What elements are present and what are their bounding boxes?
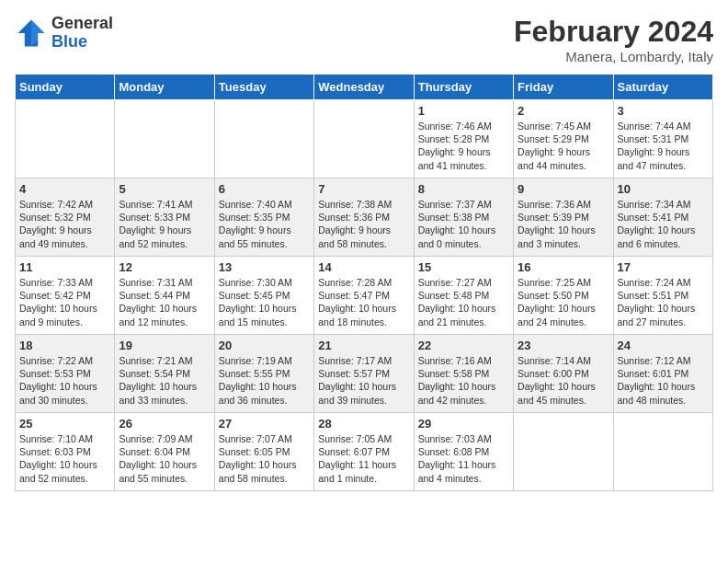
day-info: and 36 minutes. [219, 394, 310, 407]
header-cell-tuesday: Tuesday [214, 75, 313, 100]
day-info: Sunrise: 7:05 AM [318, 432, 409, 445]
day-number: 29 [418, 417, 509, 431]
day-info: and 9 minutes. [19, 316, 110, 328]
calendar-cell: 14Sunrise: 7:28 AMSunset: 5:47 PMDayligh… [314, 257, 414, 335]
logo-text: General Blue [51, 15, 113, 52]
day-info: and 48 minutes. [618, 394, 709, 407]
day-info: Daylight: 9 hours [418, 145, 509, 158]
day-number: 6 [219, 182, 310, 196]
day-info: Daylight: 10 hours [518, 302, 609, 315]
day-number: 8 [418, 182, 509, 196]
day-number: 22 [418, 339, 509, 352]
calendar-cell: 9Sunrise: 7:36 AMSunset: 5:39 PMDaylight… [514, 178, 613, 257]
day-info: Daylight: 11 hours [418, 458, 509, 471]
calendar-cell: 29Sunrise: 7:03 AMSunset: 6:08 PMDayligh… [414, 413, 513, 491]
day-number: 26 [119, 417, 210, 431]
calendar-cell: 27Sunrise: 7:07 AMSunset: 6:05 PMDayligh… [214, 413, 313, 491]
day-info: Daylight: 10 hours [318, 302, 409, 315]
day-info: Sunrise: 7:31 AM [119, 276, 210, 289]
calendar-cell: 10Sunrise: 7:34 AMSunset: 5:41 PMDayligh… [613, 178, 712, 257]
day-info: Daylight: 10 hours [19, 458, 110, 471]
day-info: Sunset: 5:47 PM [318, 289, 409, 302]
calendar-cell: 7Sunrise: 7:38 AMSunset: 5:36 PMDaylight… [314, 178, 414, 257]
day-info: Daylight: 10 hours [19, 380, 110, 393]
day-info: and 24 minutes. [518, 316, 609, 328]
day-info: Sunset: 6:07 PM [318, 445, 409, 458]
calendar-body: 1Sunrise: 7:46 AMSunset: 5:28 PMDaylight… [16, 100, 713, 491]
calendar-cell [613, 413, 712, 491]
day-number: 16 [518, 260, 609, 274]
calendar-cell: 24Sunrise: 7:12 AMSunset: 6:01 PMDayligh… [613, 335, 712, 413]
day-number: 11 [19, 260, 110, 274]
header: General Blue February 2024 Manera, Lomba… [15, 15, 713, 64]
day-info: Sunrise: 7:34 AM [618, 198, 709, 211]
day-info: and 21 minutes. [418, 316, 509, 328]
day-info: Daylight: 10 hours [418, 224, 509, 236]
day-info: and 41 minutes. [418, 159, 509, 172]
calendar-cell: 11Sunrise: 7:33 AMSunset: 5:42 PMDayligh… [16, 257, 115, 335]
header-cell-wednesday: Wednesday [314, 75, 414, 100]
day-number: 4 [19, 182, 110, 196]
day-info: Sunrise: 7:14 AM [518, 354, 609, 367]
day-info: Daylight: 10 hours [119, 458, 210, 471]
day-info: Sunrise: 7:36 AM [518, 198, 609, 211]
day-info: Sunrise: 7:19 AM [219, 354, 310, 367]
day-number: 9 [518, 182, 609, 196]
day-info: Sunset: 6:08 PM [418, 445, 509, 458]
day-info: and 39 minutes. [318, 394, 409, 407]
day-info: Sunset: 5:31 PM [618, 132, 709, 145]
week-row-4: 18Sunrise: 7:22 AMSunset: 5:53 PMDayligh… [16, 335, 713, 413]
day-info: Daylight: 10 hours [518, 380, 609, 393]
day-info: Sunrise: 7:44 AM [618, 120, 709, 132]
day-info: and 18 minutes. [318, 316, 409, 328]
day-info: Sunrise: 7:12 AM [618, 354, 709, 367]
day-number: 25 [19, 417, 110, 431]
calendar-cell: 25Sunrise: 7:10 AMSunset: 6:03 PMDayligh… [16, 413, 115, 491]
day-number: 23 [518, 339, 609, 352]
calendar-cell: 2Sunrise: 7:45 AMSunset: 5:29 PMDaylight… [514, 100, 613, 178]
day-info: Sunset: 6:03 PM [19, 445, 110, 458]
day-info: Sunset: 5:35 PM [219, 211, 310, 224]
day-info: Sunrise: 7:21 AM [119, 354, 210, 367]
day-info: Daylight: 10 hours [219, 380, 310, 393]
day-info: Sunset: 5:36 PM [318, 211, 409, 224]
day-info: Sunset: 5:28 PM [418, 132, 509, 145]
day-info: Sunset: 5:29 PM [518, 132, 609, 145]
calendar-cell: 28Sunrise: 7:05 AMSunset: 6:07 PMDayligh… [314, 413, 414, 491]
day-info: Sunrise: 7:03 AM [418, 432, 509, 445]
day-info: Sunrise: 7:33 AM [19, 276, 110, 289]
day-info: and 58 minutes. [318, 237, 409, 250]
week-row-5: 25Sunrise: 7:10 AMSunset: 6:03 PMDayligh… [16, 413, 713, 491]
main-title: February 2024 [514, 15, 713, 49]
day-info: Sunset: 5:45 PM [219, 289, 310, 302]
calendar-cell: 21Sunrise: 7:17 AMSunset: 5:57 PMDayligh… [314, 335, 414, 413]
day-info: and 6 minutes. [618, 237, 709, 250]
calendar-cell [214, 100, 313, 178]
day-info: Daylight: 10 hours [618, 224, 709, 236]
day-info: Sunset: 5:38 PM [418, 211, 509, 224]
day-info: and 4 minutes. [418, 472, 509, 485]
day-info: Sunset: 5:51 PM [618, 289, 709, 302]
day-number: 1 [418, 104, 509, 118]
day-info: and 58 minutes. [219, 472, 310, 485]
day-info: Sunrise: 7:40 AM [219, 198, 310, 211]
day-info: and 15 minutes. [219, 316, 310, 328]
day-info: Sunset: 5:41 PM [618, 211, 709, 224]
header-cell-sunday: Sunday [16, 75, 115, 100]
day-info: Sunrise: 7:42 AM [19, 198, 110, 211]
day-number: 3 [618, 104, 709, 118]
header-cell-saturday: Saturday [613, 75, 712, 100]
calendar-cell: 16Sunrise: 7:25 AMSunset: 5:50 PMDayligh… [514, 257, 613, 335]
day-info: and 12 minutes. [119, 316, 210, 328]
day-info: Sunrise: 7:41 AM [119, 198, 210, 211]
day-number: 2 [518, 104, 609, 118]
day-info: Daylight: 11 hours [318, 458, 409, 471]
calendar-cell: 3Sunrise: 7:44 AMSunset: 5:31 PMDaylight… [613, 100, 712, 178]
day-info: Sunset: 5:33 PM [119, 211, 210, 224]
day-info: and 52 minutes. [19, 472, 110, 485]
logo-blue: Blue [51, 33, 113, 52]
day-info: Daylight: 10 hours [19, 302, 110, 315]
calendar-table: SundayMondayTuesdayWednesdayThursdayFrid… [15, 74, 713, 491]
day-number: 20 [219, 339, 310, 352]
day-info: and 30 minutes. [19, 394, 110, 407]
